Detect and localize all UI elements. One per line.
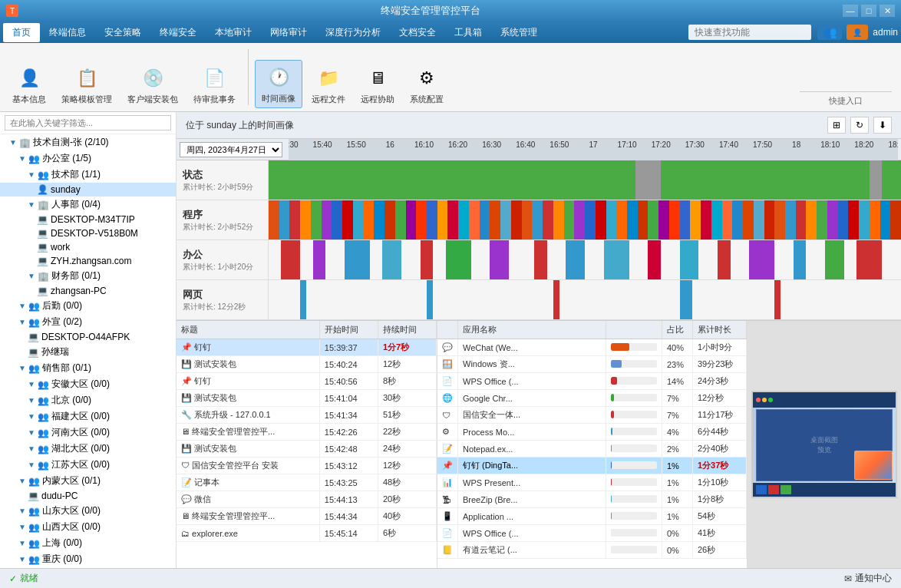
- table-row[interactable]: 🖥 终端安全管理管控平... 15:42:26 22秒: [177, 424, 437, 441]
- tree-item[interactable]: ▼👥内蒙大区 (0/1): [0, 473, 176, 489]
- menu-item-terminal-security[interactable]: 终端安全: [150, 23, 206, 42]
- tree-item[interactable]: ▼👥山西大区 (0/0): [0, 519, 176, 535]
- table-row[interactable]: 💾 测试安装包 15:42:48 24秒: [177, 441, 437, 458]
- toolbar-btn-time-image[interactable]: 🕐 时间画像: [255, 60, 302, 108]
- tree-item[interactable]: ▼👥办公室 (1/5): [0, 150, 176, 167]
- tree-item[interactable]: 💻DESKTOP-M34T7IP: [0, 213, 176, 226]
- view-toggle-btn[interactable]: ⊞: [827, 117, 846, 134]
- tree-item[interactable]: ▼👥福建大区 (0/0): [0, 408, 176, 424]
- tree-item[interactable]: ▼👥湖北大区 (0/0): [0, 441, 176, 457]
- toolbar-btn-basic-info[interactable]: 👤 基本信息: [6, 61, 52, 108]
- tree-item[interactable]: 💻DESKTOP-O44AFPK: [0, 330, 176, 344]
- tree-item[interactable]: 👤sunday: [0, 183, 176, 197]
- app-name: WPS Present...: [458, 474, 606, 491]
- table-row[interactable]: 🛡 国信安全管控平台 安装 15:43:12 12秒: [177, 458, 437, 474]
- tree-item-label: 财务部 (0/1): [51, 269, 101, 282]
- menu-item-network-audit[interactable]: 网络审计: [261, 23, 316, 42]
- list-item[interactable]: 📝 Notepad.ex... 2% 2分40秒: [437, 441, 747, 458]
- list-item[interactable]: 📄 WPS Office (... 0% 41秒: [437, 525, 747, 542]
- list-item[interactable]: 📱 Application ... 1% 54秒: [437, 508, 747, 525]
- table-row[interactable]: 💾 测试安装包 15:41:04 30秒: [177, 390, 437, 407]
- app-list: 应用名称 占比 累计时长 💬 WeChat (We... 40% 1小时9分 🪟…: [437, 321, 748, 568]
- table-row[interactable]: 🔧 系统升级 - 127.0.0.1 15:41:34 51秒: [177, 407, 437, 424]
- event-start-time: 15:41:34: [319, 407, 378, 424]
- app-name: Windows 资...: [458, 356, 606, 373]
- timeline-bar-area[interactable]: [269, 200, 901, 239]
- list-item[interactable]: 🪟 Windows 资... 23% 39分23秒: [437, 356, 747, 373]
- maximize-button[interactable]: □: [861, 5, 876, 17]
- tree-item[interactable]: ▼👥山东大区 (0/0): [0, 503, 176, 519]
- tree-item[interactable]: ▼🏢人事部 (0/4): [0, 197, 176, 213]
- app-icon: 📌: [437, 458, 458, 474]
- list-item[interactable]: 📊 WPS Present... 1% 1分10秒: [437, 474, 747, 491]
- quick-search-input[interactable]: [688, 25, 811, 40]
- list-item[interactable]: 💬 WeChat (We... 40% 1小时9分: [437, 339, 747, 356]
- list-item[interactable]: 📌 钉钉 (DingTa... 1% 1分37秒: [437, 458, 747, 474]
- list-item[interactable]: 📄 WPS Office (... 14% 24分3秒: [437, 373, 747, 390]
- table-row[interactable]: 💾 测试安装包 15:40:24 12秒: [177, 356, 437, 373]
- tree-item[interactable]: ▼👥安徽大区 (0/0): [0, 376, 176, 392]
- list-item[interactable]: 🌐 Google Chr... 7% 12分秒: [437, 390, 747, 407]
- minimize-button[interactable]: —: [843, 5, 858, 17]
- table-row[interactable]: 📝 记事本 15:43:25 48秒: [177, 474, 437, 491]
- tree-item[interactable]: ▼👥技术部 (1/1): [0, 167, 176, 183]
- menu-item-behavior-analysis[interactable]: 深度行为分析: [316, 23, 390, 42]
- toolbar-btn-policy-template[interactable]: 📋 策略模板管理: [55, 61, 118, 108]
- sidebar-search-input[interactable]: [5, 115, 171, 130]
- timeline-bar-area[interactable]: [269, 160, 901, 200]
- menu-item-terminal-info[interactable]: 终端信息: [40, 23, 95, 42]
- table-row[interactable]: 🗂 explorer.exe 15:45:14 6秒: [177, 525, 437, 542]
- close-button[interactable]: ✕: [880, 5, 895, 17]
- tree-item[interactable]: ▼👥后勤 (0/0): [0, 298, 176, 314]
- col-start-time: 开始时间: [319, 321, 378, 339]
- timeline-bar-area[interactable]: [269, 240, 901, 279]
- notification-area[interactable]: ✉ 通知中心: [844, 572, 892, 585]
- refresh-btn[interactable]: ↻: [850, 117, 869, 134]
- tree-item[interactable]: ▼👥重庆 (0/0): [0, 551, 176, 567]
- menu-item-sys-admin[interactable]: 系统管理: [491, 23, 546, 42]
- tree-item[interactable]: 💻zhangsan-PC: [0, 284, 176, 298]
- menu-item-security-policy[interactable]: 安全策略: [95, 23, 150, 42]
- table-row[interactable]: 🖥 终端安全管理管控平... 15:44:34 40秒: [177, 508, 437, 525]
- toolbar-btn-sys-config[interactable]: ⚙ 系统配置: [404, 61, 450, 108]
- table-row[interactable]: 📌 钉钉 15:39:37 1分7秒: [177, 339, 437, 356]
- toolbar-btn-remote-assist[interactable]: 🖥 远程协助: [355, 61, 401, 108]
- event-title: 💾 测试安装包: [177, 356, 319, 373]
- timeline-bar-area[interactable]: [269, 280, 901, 319]
- app-duration: 1分8秒: [693, 491, 747, 508]
- menu-item-doc-security[interactable]: 文档安全: [390, 23, 445, 42]
- tree-item[interactable]: ▼👥北京 (0/0): [0, 392, 176, 408]
- list-item[interactable]: 📒 有道云笔记 (... 0% 26秒: [437, 542, 747, 559]
- col-title: 标题: [177, 321, 319, 339]
- list-item[interactable]: 🛡 国信安全一体... 7% 11分17秒: [437, 407, 747, 424]
- tree-item[interactable]: ▼👥销售部 (0/1): [0, 360, 176, 376]
- toolbar-btn-pending-approval[interactable]: 📄 待审批事务: [187, 61, 242, 108]
- tree-item[interactable]: 💻dudu-PC: [0, 489, 176, 503]
- menu-item-local-audit[interactable]: 本地审计: [206, 23, 261, 42]
- tree-item[interactable]: ▼🏢财务部 (0/1): [0, 268, 176, 284]
- table-row[interactable]: 📌 钉钉 15:40:56 8秒: [177, 373, 437, 390]
- list-item[interactable]: ⚙ Process Mo... 4% 6分44秒: [437, 424, 747, 441]
- tree-item[interactable]: 💻ZYH.zhangsan.com: [0, 254, 176, 268]
- tree-item[interactable]: ▼👥外宣 (0/2): [0, 314, 176, 330]
- table-row[interactable]: 💬 微信 15:44:13 20秒: [177, 491, 437, 508]
- toolbar-btn-client-install[interactable]: 💿 客户端安装包: [121, 61, 184, 108]
- tree-item[interactable]: ▼👥上海 (0/0): [0, 535, 176, 551]
- tree-item-label: 内蒙大区 (0/1): [42, 474, 101, 487]
- tree-item[interactable]: ▼👥江苏大区 (0/0): [0, 457, 176, 473]
- download-btn[interactable]: ⬇: [873, 117, 892, 134]
- toolbar-btn-remote-file[interactable]: 📁 远程文件: [305, 61, 351, 108]
- list-item[interactable]: 🗜 BreeZip (Bre... 1% 1分8秒: [437, 491, 747, 508]
- tree-item-label: 山东大区 (0/0): [42, 504, 101, 517]
- menu-item-home[interactable]: 首页: [3, 23, 40, 42]
- event-duration: 12秒: [378, 356, 436, 373]
- tree-item[interactable]: 💻DESKTOP-V518B0M: [0, 226, 176, 240]
- tree-item[interactable]: 💻work: [0, 240, 176, 254]
- date-select[interactable]: 周四, 2023年4月27日: [180, 142, 282, 157]
- app-bar: [606, 424, 662, 441]
- tree-item[interactable]: ▼👥河南大区 (0/0): [0, 424, 176, 441]
- tree-item[interactable]: ▼🏢技术自测-张 (2/10): [0, 134, 176, 150]
- tree-item[interactable]: 💻孙继瑞: [0, 344, 176, 360]
- menu-item-toolbox[interactable]: 工具箱: [445, 23, 491, 42]
- app-icon: 🪟: [437, 356, 458, 373]
